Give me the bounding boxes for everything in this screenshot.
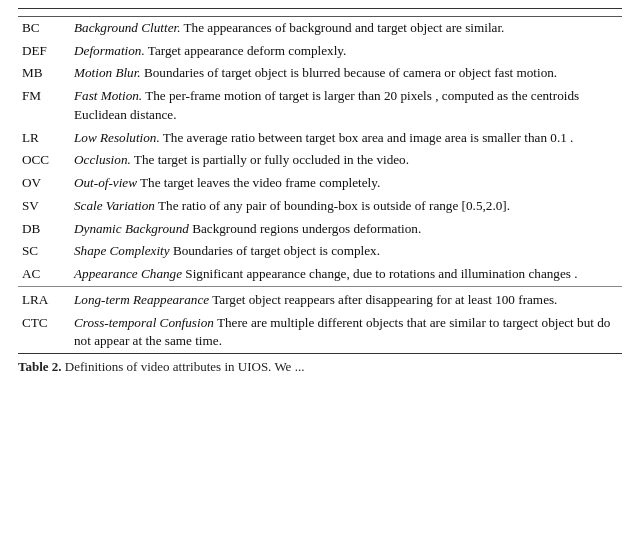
table-caption: Table 2. Definitions of video attributes… [18,354,622,376]
table-row: BCBackground Clutter. The appearances of… [18,17,622,40]
def-text: The target leaves the video frame comple… [137,175,380,190]
def-term: Motion Blur. [74,65,141,80]
table-row: LRLow Resolution. The average ratio betw… [18,127,622,150]
table-row: DBDynamic Background Background regions … [18,218,622,241]
cell-definition: Cross-temporal Confusion There are multi… [70,312,622,354]
cell-definition: Background Clutter. The appearances of b… [70,17,622,40]
cell-definition: Deformation. Target appearance deform co… [70,40,622,63]
cell-attribute: BC [18,17,70,40]
table-caption-row: Table 2. Definitions of video attributes… [18,354,622,376]
table-row: SCShape Complexity Boundaries of target … [18,240,622,263]
section-divider-row: LRALong-term Reappearance Target object … [18,286,622,311]
cell-attribute: OCC [18,149,70,172]
def-text: The ratio of any pair of bounding-box is… [155,198,510,213]
table-row: SVScale Variation The ratio of any pair … [18,195,622,218]
cell-definition: Scale Variation The ratio of any pair of… [70,195,622,218]
def-term: Dynamic Background [74,221,189,236]
def-text: The per-frame motion of target is larger… [74,88,579,122]
table-row: CTCCross-temporal Confusion There are mu… [18,312,622,354]
table-row: MBMotion Blur. Boundaries of target obje… [18,62,622,85]
table-row: OVOut-of-view The target leaves the vide… [18,172,622,195]
def-text: Significant appearance change, due to ro… [182,266,578,281]
cell-definition: Occlusion. The target is partially or fu… [70,149,622,172]
def-text: Background regions undergos deformation. [189,221,421,236]
cell-attribute: AC [18,263,70,286]
table-header-row [18,9,622,17]
cell-attribute: CTC [18,312,70,354]
cell-definition: Motion Blur. Boundaries of target object… [70,62,622,85]
cell-definition: Shape Complexity Boundaries of target ob… [70,240,622,263]
table-row: OCCOcclusion. The target is partially or… [18,149,622,172]
cell-attribute: SC [18,240,70,263]
table-row: ACAppearance Change Significant appearan… [18,263,622,286]
def-term: Appearance Change [74,266,182,281]
def-term: Cross-temporal Confusion [74,315,214,330]
def-term: Shape Complexity [74,243,170,258]
cell-definition: Long-term Reappearance Target object rea… [70,286,622,311]
cell-definition: Low Resolution. The average ratio betwee… [70,127,622,150]
cell-attribute: FM [18,85,70,126]
def-term: Scale Variation [74,198,155,213]
def-text: Boundaries of target object is blurred b… [141,65,557,80]
cell-definition: Dynamic Background Background regions un… [70,218,622,241]
header-attribute [18,9,70,17]
def-term: Fast Motion. [74,88,142,103]
table-row: FMFast Motion. The per-frame motion of t… [18,85,622,126]
attributes-table: BCBackground Clutter. The appearances of… [18,8,622,375]
cell-attribute: DEF [18,40,70,63]
cell-attribute: SV [18,195,70,218]
def-text: Boundaries of target object is complex. [170,243,380,258]
caption-label: Table 2. [18,359,62,374]
cell-definition: Out-of-view The target leaves the video … [70,172,622,195]
cell-attribute: OV [18,172,70,195]
def-text: The appearances of background and target… [180,20,504,35]
def-text: Target object reappears after disappeari… [209,292,557,307]
def-term: Long-term Reappearance [74,292,209,307]
def-term: Low Resolution. [74,130,160,145]
def-term: Occlusion. [74,152,131,167]
header-definition [70,9,622,17]
def-text: Target appearance deform complexly. [145,43,347,58]
cell-definition: Appearance Change Significant appearance… [70,263,622,286]
cell-attribute: LRA [18,286,70,311]
cell-attribute: LR [18,127,70,150]
cell-definition: Fast Motion. The per-frame motion of tar… [70,85,622,126]
def-text: The average ratio between target box are… [160,130,574,145]
table-container: BCBackground Clutter. The appearances of… [0,0,640,385]
cell-attribute: DB [18,218,70,241]
def-term: Background Clutter. [74,20,180,35]
def-term: Out-of-view [74,175,137,190]
def-text: The target is partially or fully occlude… [131,152,409,167]
def-term: Deformation. [74,43,145,58]
caption-text: Definitions of video attributes in UIOS.… [65,359,305,374]
table-row: DEFDeformation. Target appearance deform… [18,40,622,63]
cell-attribute: MB [18,62,70,85]
